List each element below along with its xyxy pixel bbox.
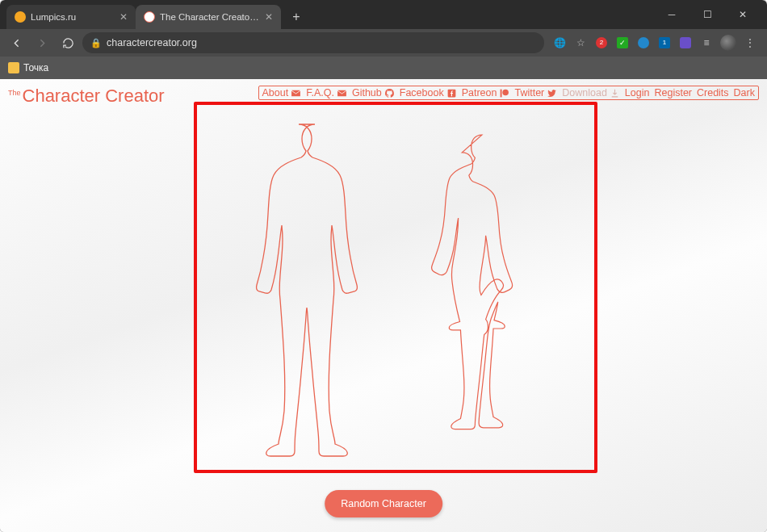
folder-icon: [8, 62, 19, 73]
nav-label: Twitter: [514, 87, 544, 98]
nav-label: Login: [625, 87, 650, 98]
download-icon: [610, 88, 620, 98]
nav-download[interactable]: Download: [562, 87, 620, 98]
ext-icon[interactable]: 1: [657, 36, 672, 50]
character-canvas[interactable]: [194, 102, 597, 473]
ext-icon[interactable]: [678, 36, 693, 50]
nav-label: Download: [562, 87, 607, 98]
ext-icon[interactable]: ✓: [615, 36, 630, 50]
nav-label: Register: [654, 87, 692, 98]
nav-patreon[interactable]: Patreon: [462, 87, 510, 98]
nav-label: Patreon: [462, 87, 497, 98]
nav-label: Facebook: [400, 87, 444, 98]
nav-faq[interactable]: F.A.Q.: [306, 87, 347, 98]
top-nav: About F.A.Q. Github Facebook Patreon Twi…: [258, 86, 759, 100]
tab-title: The Character Creator - Build vis...: [160, 12, 260, 22]
profile-avatar[interactable]: [720, 35, 736, 51]
ext-icon[interactable]: [636, 36, 651, 50]
window-controls: ─ ☐ ✕: [654, 0, 761, 29]
male-outline-icon[interactable]: [242, 118, 388, 457]
facebook-icon: [446, 88, 457, 98]
svg-rect-3: [501, 89, 502, 97]
nav-dark[interactable]: Dark: [734, 87, 755, 98]
bookmarks-bar: Точка: [0, 57, 767, 79]
site-logo[interactable]: TheCharacter Creator: [8, 86, 165, 107]
female-outline-icon[interactable]: [412, 118, 549, 457]
patreon-icon: [499, 88, 509, 98]
nav-label: Github: [352, 87, 382, 98]
new-tab-button[interactable]: +: [286, 6, 307, 27]
lock-icon: 🔒: [90, 38, 102, 48]
browser-tabs: Lumpics.ru ✕ The Character Creator - Bui…: [6, 0, 654, 29]
nav-credits[interactable]: Credits: [697, 87, 729, 98]
favicon-icon: [15, 11, 26, 23]
nav-label: F.A.Q.: [306, 87, 334, 98]
nav-twitter[interactable]: Twitter: [514, 87, 557, 98]
tab-title: Lumpics.ru: [31, 12, 115, 22]
page-content: TheCharacter Creator About F.A.Q. Github…: [0, 79, 767, 532]
nav-label: Dark: [734, 87, 755, 98]
favicon-icon: [144, 11, 155, 23]
character-outlines: [197, 105, 594, 470]
svg-rect-1: [337, 90, 346, 96]
reload-button[interactable]: [57, 31, 79, 54]
mail-icon: [291, 88, 301, 98]
bookmark-item[interactable]: Точка: [8, 62, 48, 73]
browser-toolbar: 🔒 charactercreator.org 🌐 ☆ 2 ✓ 1 ≡ ⋮: [0, 29, 767, 57]
ext-icon[interactable]: 2: [594, 36, 609, 50]
browser-tab-lumpics[interactable]: Lumpics.ru ✕: [6, 5, 136, 29]
svg-rect-0: [291, 90, 300, 96]
maximize-button[interactable]: ☐: [689, 2, 725, 27]
window-titlebar: Lumpics.ru ✕ The Character Creator - Bui…: [0, 0, 767, 29]
menu-icon[interactable]: ⋮: [743, 36, 757, 50]
forward-button[interactable]: [31, 31, 53, 54]
nav-about[interactable]: About: [262, 87, 302, 98]
nav-facebook[interactable]: Facebook: [400, 87, 457, 98]
github-icon: [384, 88, 395, 98]
back-button[interactable]: [5, 31, 27, 54]
close-window-button[interactable]: ✕: [725, 2, 761, 27]
mail-icon: [337, 88, 347, 98]
url-text: charactercreator.org: [107, 37, 197, 48]
close-icon[interactable]: ✕: [119, 11, 128, 23]
nav-label: Credits: [697, 87, 729, 98]
nav-register[interactable]: Register: [654, 87, 692, 98]
nav-login[interactable]: Login: [625, 87, 650, 98]
logo-prefix: The: [8, 89, 21, 97]
close-icon[interactable]: ✕: [265, 11, 273, 23]
address-bar[interactable]: 🔒 charactercreator.org: [82, 32, 544, 53]
nav-label: About: [262, 87, 289, 98]
svg-point-4: [503, 89, 509, 95]
bookmark-label: Точка: [23, 62, 48, 73]
reading-list-icon[interactable]: ≡: [699, 36, 714, 50]
nav-github[interactable]: Github: [352, 87, 395, 98]
minimize-button[interactable]: ─: [654, 2, 689, 27]
random-character-button[interactable]: Random Character: [325, 490, 442, 517]
twitter-icon: [547, 88, 557, 98]
translate-icon[interactable]: 🌐: [552, 36, 567, 50]
logo-text: Character Creator: [23, 86, 165, 106]
star-icon[interactable]: ☆: [573, 36, 588, 50]
browser-tab-charactercreator[interactable]: The Character Creator - Build vis... ✕: [136, 5, 281, 29]
extension-icons: 🌐 ☆ 2 ✓ 1 ≡ ⋮: [547, 35, 762, 51]
